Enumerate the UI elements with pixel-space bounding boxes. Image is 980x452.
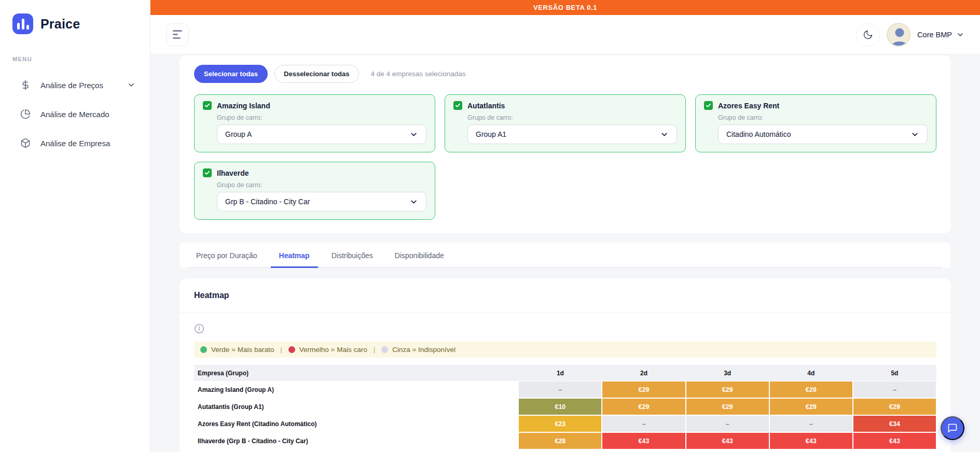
dark-mode-button[interactable] (856, 23, 880, 47)
car-group-select[interactable]: Group A1 (467, 124, 677, 144)
chevron-down-icon (409, 130, 418, 139)
legend-text: Verde = Mais barato (211, 346, 274, 354)
row-label: Ilhaverde (Grp B - Citadino - City Car) (194, 432, 518, 449)
car-group-label: Grupo de carro: (217, 181, 426, 189)
heatmap-cell: €10 (518, 398, 602, 415)
heatmap-row: Azores Easy Rent (Citadino Automático) €… (194, 415, 936, 432)
car-group-value: Grp B - Citadino - City Car (225, 197, 310, 206)
sidebar-item-label: Análise de Mercado (40, 110, 109, 119)
tab-preco-por-duracao[interactable]: Preço por Duração (188, 251, 266, 267)
companies-card: Selecionar todas Desselecionar todas 4 d… (180, 55, 951, 233)
tabs-strip: Preço por Duração Heatmap Distribuições … (180, 243, 951, 268)
heatmap-cell: €43 (602, 432, 685, 449)
legend-separator: | (372, 346, 377, 354)
legend-separator: | (279, 346, 283, 354)
company-card-ilhaverde: Ilhaverde Grupo de carro: Grp B - Citadi… (194, 162, 435, 220)
heatmap-header-row: Empresa (Grupo) 1d 2d 3d 4d 5d (194, 365, 936, 381)
column-header: 2d (602, 370, 685, 377)
deselect-all-button[interactable]: Desselecionar todas (274, 65, 358, 83)
heatmap-cell: €43 (686, 432, 769, 449)
car-group-value: Group A1 (476, 130, 506, 138)
chat-bubble-icon (947, 423, 958, 433)
selection-row: Selecionar todas Desselecionar todas 4 d… (194, 65, 936, 83)
companies-grid: Amazing Island Grupo de carro: Group A (194, 94, 936, 220)
tab-distribuicoes[interactable]: Distribuições (323, 251, 381, 267)
car-group-select[interactable]: Citadino Automático (718, 124, 928, 144)
heatmap-row: Ilhaverde (Grp B - Citadino - City Car) … (194, 432, 936, 449)
app-root: Praice MENU Análise de Preços Análise de… (0, 0, 980, 452)
chevron-down-icon (910, 130, 919, 139)
sidebar: Praice MENU Análise de Preços Análise de… (0, 0, 150, 452)
row-label: Autatlantis (Group A1) (194, 398, 518, 415)
check-icon (455, 103, 461, 108)
heatmap-row: Autatlantis (Group A1) €10 €29 €29 €29 €… (194, 398, 936, 415)
chevron-down-icon (127, 81, 135, 89)
dollar-icon (20, 79, 31, 91)
sidebar-item-analise-de-precos[interactable]: Análise de Preços (12, 75, 137, 95)
company-card-azores-easy-rent: Azores Easy Rent Grupo de carro: Citadin… (695, 94, 936, 152)
car-group-select[interactable]: Group A (217, 124, 426, 144)
account-name: Core BMP (917, 31, 952, 39)
heatmap-cell: €29 (769, 381, 853, 398)
legend-text: Cinza = Indisponível (392, 346, 456, 354)
heatmap-cell: €43 (853, 432, 936, 449)
main-column: VERSÃO BETA 0.1 Core BMP (150, 0, 980, 452)
legend-item-red: Vermelho = Mais caro (288, 346, 367, 354)
heatmap-cell: €29 (853, 398, 936, 415)
row-label: Amazing Island (Group A) (194, 381, 518, 398)
cube-icon (20, 137, 31, 149)
company-name: Ilhaverde (217, 169, 249, 177)
heatmap-cell: €29 (686, 381, 769, 398)
car-group-select[interactable]: Grp B - Citadino - City Car (217, 192, 426, 211)
column-header: 4d (769, 370, 853, 377)
brand-logo[interactable]: Praice (12, 13, 137, 34)
bar-chart-logo-icon (12, 13, 33, 34)
company-card-autatlantis: Autatlantis Grupo de carro: Group A1 (445, 94, 686, 152)
company-name: Amazing Island (217, 102, 270, 110)
heatmap-cell: €28 (518, 432, 602, 449)
company-name: Azores Easy Rent (718, 102, 779, 110)
green-dot-icon (200, 346, 207, 353)
chevron-down-icon (409, 197, 418, 206)
company-checkbox[interactable] (203, 168, 212, 177)
car-group-label: Grupo de carro: (217, 114, 426, 121)
heatmap-cell: – (686, 415, 769, 432)
brand-name: Praice (40, 17, 80, 32)
heatmap-cell: – (769, 415, 853, 432)
moon-icon (863, 30, 873, 40)
sidebar-toggle-button[interactable] (166, 23, 189, 46)
heatmap-cell: – (853, 381, 936, 398)
avatar[interactable] (887, 23, 910, 47)
menu-section-label: MENU (12, 56, 137, 62)
chevron-down-icon (660, 130, 669, 139)
account-menu[interactable]: Core BMP (917, 31, 964, 39)
check-icon (204, 103, 210, 108)
selection-status-text: 4 de 4 empresas selecionadas (371, 70, 466, 78)
heatmap-cell: – (518, 381, 602, 398)
heatmap-title: Heatmap (194, 291, 229, 300)
hamburger-icon (173, 30, 182, 32)
pie-chart-icon (20, 108, 31, 120)
car-group-value: Group A (225, 130, 252, 138)
company-checkbox[interactable] (203, 101, 212, 110)
sidebar-item-analise-de-mercado[interactable]: Análise de Mercado (12, 104, 137, 124)
heatmap-cell: €34 (853, 415, 936, 432)
tab-heatmap[interactable]: Heatmap (271, 251, 318, 268)
topbar: Core BMP (150, 15, 980, 54)
content: Selecionar todas Desselecionar todas 4 d… (150, 54, 980, 452)
heatmap-cell: – (602, 415, 685, 432)
company-checkbox[interactable] (453, 101, 462, 110)
sidebar-item-analise-de-empresa[interactable]: Análise de Empresa (12, 133, 137, 153)
company-checkbox[interactable] (704, 101, 713, 110)
select-all-button[interactable]: Selecionar todas (194, 65, 268, 83)
info-icon[interactable] (194, 323, 204, 334)
gray-dot-icon (381, 346, 388, 353)
tab-disponibilidade[interactable]: Disponibilidade (387, 251, 452, 267)
heatmap-card: Heatmap Verde = Mais barato | (180, 278, 951, 452)
legend-item-green: Verde = Mais barato (200, 346, 274, 354)
car-group-label: Grupo de carro: (718, 114, 928, 121)
heatmap-table: Empresa (Grupo) 1d 2d 3d 4d 5d Amazing I… (194, 365, 936, 449)
sidebar-item-label: Análise de Preços (40, 81, 103, 90)
car-group-label: Grupo de carro: (467, 114, 677, 121)
chat-button[interactable] (941, 416, 964, 440)
